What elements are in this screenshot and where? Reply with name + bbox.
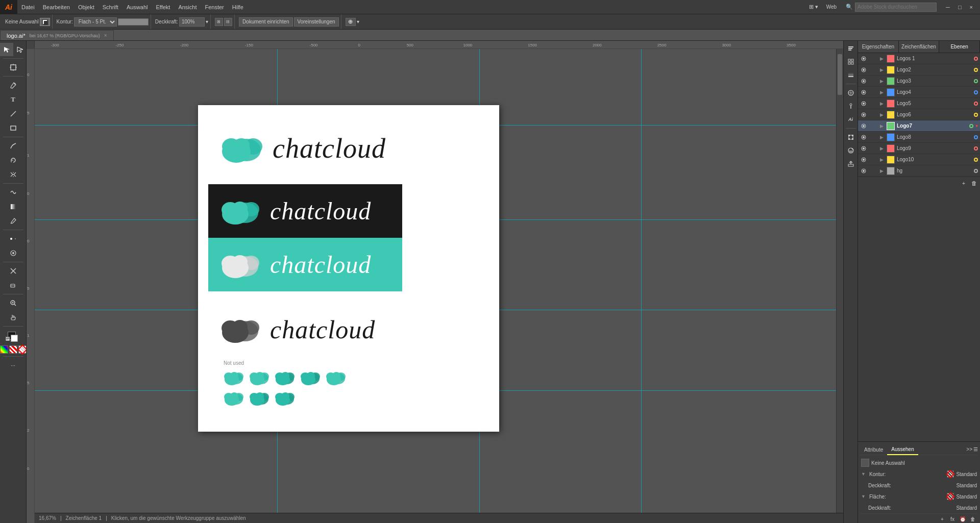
- stroke-select[interactable]: Flach - 5 Pt.: [74, 17, 117, 27]
- layer-lock-btn[interactable]: [869, 122, 876, 130]
- artboards-panel-btn[interactable]: [845, 56, 856, 67]
- menu-objekt[interactable]: Objekt: [74, 0, 99, 14]
- more-tools-btn[interactable]: ···: [7, 359, 20, 372]
- rotate-tool-btn[interactable]: [7, 154, 20, 167]
- layer-expand-btn[interactable]: ▶: [878, 112, 885, 117]
- layer-lock-btn[interactable]: [869, 89, 876, 96]
- menu-bearbeiten[interactable]: Bearbeiten: [39, 0, 74, 14]
- layout-switcher[interactable]: ⊞ ▾: [806, 4, 821, 10]
- menu-hilfe[interactable]: Hilfe: [228, 0, 248, 14]
- layer-expand-btn[interactable]: ▶: [878, 123, 885, 129]
- layer-lock-btn[interactable]: [869, 66, 876, 73]
- layer-expand-btn[interactable]: ▶: [878, 90, 885, 95]
- v-scroll-thumb[interactable]: [838, 54, 842, 95]
- layer-row[interactable]: ▶ hg: [858, 165, 980, 177]
- panel-menu-btn[interactable]: ☰: [973, 446, 978, 452]
- v-scrollbar[interactable]: [836, 49, 843, 513]
- pencil-tool-btn[interactable]: [7, 139, 20, 153]
- canvas-scroll[interactable]: chatcloud cha: [35, 49, 843, 523]
- layer-expand-btn[interactable]: ▶: [878, 168, 885, 173]
- tab-aussehen[interactable]: Aussehen: [887, 444, 918, 455]
- layer-lock-btn[interactable]: [869, 156, 876, 163]
- eraser-tool-btn[interactable]: [7, 279, 20, 292]
- align-v-btn[interactable]: ⊟: [224, 18, 232, 26]
- delete-layer-btn[interactable]: 🗑: [970, 179, 978, 187]
- menu-fenster[interactable]: Fenster: [201, 0, 228, 14]
- direct-selection-tool-btn[interactable]: [13, 43, 27, 56]
- fill-swatch-none[interactable]: [947, 493, 954, 500]
- layer-lock-btn[interactable]: [869, 100, 876, 107]
- menu-auswahl[interactable]: Auswahl: [122, 0, 152, 14]
- gradient-swatch-btn[interactable]: [9, 345, 17, 354]
- layer-row-active[interactable]: ▶ Logo7 ●: [858, 120, 980, 132]
- gradient-tool-btn[interactable]: [7, 200, 20, 213]
- blend-tool-btn[interactable]: [7, 232, 20, 245]
- color-panel-btn[interactable]: [845, 145, 856, 156]
- layer-row[interactable]: ▶ Logo10: [858, 154, 980, 165]
- layer-row[interactable]: ▶ Logo9: [858, 143, 980, 154]
- presets-btn[interactable]: Voreinstellungen: [294, 17, 339, 27]
- zoom-tool-btn[interactable]: [7, 296, 20, 310]
- layers-panel-btn[interactable]: [845, 69, 856, 81]
- stroke-color-fill[interactable]: [40, 18, 50, 26]
- layer-row[interactable]: ▶ Logo2: [858, 64, 980, 76]
- layer-expand-btn[interactable]: ▶: [878, 79, 885, 84]
- layer-visibility-btn[interactable]: [860, 100, 867, 107]
- layer-lock-btn[interactable]: [869, 134, 876, 141]
- libraries-btn[interactable]: [845, 87, 856, 98]
- layer-row[interactable]: ▶ Logo6: [858, 109, 980, 120]
- ai-btn[interactable]: Ai: [845, 114, 856, 125]
- artboard-tool-btn[interactable]: [7, 61, 20, 74]
- layer-visibility-btn[interactable]: [860, 55, 867, 62]
- none-fill-btn[interactable]: [18, 345, 27, 354]
- document-tab[interactable]: logo.ai* bei 16,67 % (RGB/GPU-Vorschau) …: [0, 30, 114, 40]
- tab-eigenschaften[interactable]: Eigenschaften: [858, 41, 899, 53]
- type-tool-btn[interactable]: T: [7, 93, 20, 106]
- layer-expand-btn[interactable]: ▶: [878, 135, 885, 140]
- pen-tool-btn[interactable]: [7, 79, 20, 92]
- selection-tool-btn[interactable]: [0, 43, 13, 56]
- layer-visibility-btn[interactable]: [860, 111, 867, 118]
- extra-btn[interactable]: ⊕: [346, 18, 356, 26]
- layer-lock-btn[interactable]: [869, 78, 876, 85]
- layer-expand-btn[interactable]: ▶: [878, 146, 885, 151]
- layer-row[interactable]: ▶ Logo5: [858, 98, 980, 109]
- align-h-btn[interactable]: ⊞: [215, 18, 223, 26]
- properties2-btn[interactable]: [845, 101, 856, 112]
- layer-visibility-btn[interactable]: [860, 145, 867, 152]
- layer-visibility-btn[interactable]: [860, 167, 867, 175]
- layer-lock-btn[interactable]: [869, 111, 876, 118]
- minimize-btn[interactable]: ─: [943, 4, 953, 10]
- panel-expand-btn[interactable]: >>: [966, 446, 972, 452]
- new-layer-btn[interactable]: +: [960, 179, 968, 187]
- layer-visibility-btn[interactable]: [860, 122, 867, 130]
- workspace-label[interactable]: Web: [823, 4, 840, 10]
- fill-expand-btn[interactable]: ▼: [861, 494, 867, 499]
- layer-lock-btn[interactable]: [869, 55, 876, 62]
- menu-datei[interactable]: Datei: [17, 0, 39, 14]
- appearance-clock-btn[interactable]: ⏰: [959, 515, 967, 523]
- appearance-new-btn[interactable]: +: [938, 515, 946, 523]
- transform-btn[interactable]: [845, 132, 856, 143]
- eyedropper-tool-btn[interactable]: [7, 214, 20, 228]
- layer-lock-btn[interactable]: [869, 167, 876, 175]
- export-btn[interactable]: [845, 158, 856, 169]
- layer-visibility-btn[interactable]: [860, 134, 867, 141]
- layer-lock-btn[interactable]: [869, 145, 876, 152]
- layer-visibility-btn[interactable]: [860, 66, 867, 73]
- reflect-tool-btn[interactable]: [7, 168, 20, 181]
- properties-panel-btn[interactable]: [845, 43, 856, 54]
- menu-effekt[interactable]: Effekt: [152, 0, 174, 14]
- menu-schrift[interactable]: Schrift: [99, 0, 122, 14]
- rect-tool-btn[interactable]: [7, 121, 20, 135]
- slice-tool-btn[interactable]: [7, 264, 20, 278]
- layer-row[interactable]: ▶ Logo4: [858, 87, 980, 98]
- appearance-delete-btn[interactable]: 🗑: [969, 515, 977, 523]
- swap-icon[interactable]: ⇄: [6, 337, 10, 341]
- layer-visibility-btn[interactable]: [860, 78, 867, 85]
- hand-tool-btn[interactable]: [7, 311, 20, 324]
- layer-expand-btn[interactable]: ▶: [878, 56, 885, 61]
- stroke-expand-btn[interactable]: ▼: [861, 471, 867, 477]
- layer-row[interactable]: ▶ Logos 1: [858, 53, 980, 64]
- color-btn[interactable]: [0, 345, 8, 354]
